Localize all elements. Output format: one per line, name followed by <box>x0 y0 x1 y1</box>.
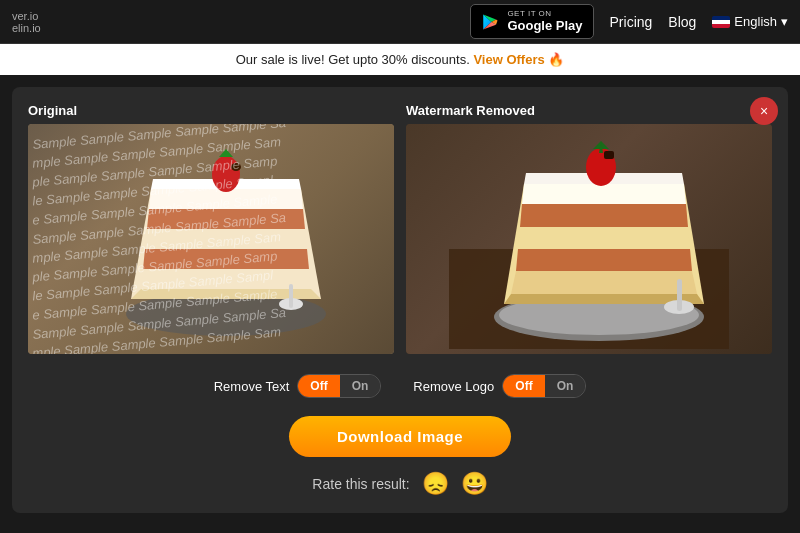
original-panel: Original <box>28 103 394 354</box>
pricing-link[interactable]: Pricing <box>610 14 653 30</box>
main-content: × Original <box>12 87 788 513</box>
svg-rect-30 <box>677 279 682 311</box>
remove-logo-on[interactable]: On <box>545 375 586 397</box>
remove-text-switch[interactable]: Off On <box>297 374 381 398</box>
close-button[interactable]: × <box>750 97 778 125</box>
svg-marker-21 <box>516 249 692 271</box>
google-play-text: GET IT ON Google Play <box>507 9 582 34</box>
chevron-down-icon: ▾ <box>781 14 788 29</box>
promo-banner: Our sale is live! Get upto 30% discounts… <box>0 44 800 75</box>
top-nav: ver.io elin.io <box>0 0 800 44</box>
cake-clean-svg <box>449 129 729 349</box>
image-comparison: Original <box>28 103 772 354</box>
svg-marker-22 <box>511 271 697 294</box>
rating-section: Rate this result: 😞 😀 <box>28 471 772 497</box>
promo-emoji: 🔥 <box>548 52 564 67</box>
svg-marker-4 <box>145 229 307 249</box>
remove-logo-toggle-group: Remove Logo Off On <box>413 374 586 398</box>
remove-logo-off[interactable]: Off <box>503 375 544 397</box>
remove-text-label: Remove Text <box>214 379 290 394</box>
svg-marker-20 <box>518 227 690 249</box>
result-panel: Watermark Removed <box>406 103 772 354</box>
remove-logo-label: Remove Logo <box>413 379 494 394</box>
svg-marker-19 <box>520 204 688 227</box>
flag-icon <box>712 16 730 28</box>
nav-right: GET IT ON Google Play Pricing Blog Engli… <box>470 4 788 39</box>
svg-point-11 <box>231 163 241 171</box>
nav-logo: ver.io elin.io <box>12 10 41 34</box>
result-image-box <box>406 124 772 354</box>
remove-logo-switch[interactable]: Off On <box>502 374 586 398</box>
language-selector[interactable]: English ▾ <box>712 14 788 29</box>
google-play-button[interactable]: GET IT ON Google Play <box>470 4 593 39</box>
remove-text-on[interactable]: On <box>340 375 381 397</box>
original-label: Original <box>28 103 394 118</box>
rate-text: Rate this result: <box>312 476 409 492</box>
svg-marker-18 <box>522 184 686 204</box>
svg-rect-13 <box>289 284 293 308</box>
svg-marker-3 <box>147 209 305 229</box>
svg-rect-28 <box>604 151 614 159</box>
controls-row: Remove Text Off On Remove Logo Off On <box>28 374 772 398</box>
svg-marker-10 <box>219 149 233 157</box>
sad-emoji[interactable]: 😞 <box>422 471 449 497</box>
result-label: Watermark Removed <box>406 103 772 118</box>
download-section: Download Image <box>28 416 772 457</box>
svg-point-9 <box>212 156 240 192</box>
blog-link[interactable]: Blog <box>668 14 696 30</box>
promo-text: Our sale is live! Get upto 30% discounts… <box>236 52 470 67</box>
google-play-icon <box>481 13 499 31</box>
cake-original-svg <box>71 129 351 349</box>
remove-text-toggle-group: Remove Text Off On <box>214 374 382 398</box>
happy-emoji[interactable]: 😀 <box>461 471 488 497</box>
original-image-box: Sample Sample Sample Sample Sample Sa mp… <box>28 124 394 354</box>
clean-cake <box>406 124 772 354</box>
svg-marker-5 <box>143 249 309 269</box>
svg-marker-6 <box>141 269 311 289</box>
view-offers-link[interactable]: View Offers <box>473 52 544 67</box>
remove-text-off[interactable]: Off <box>298 375 339 397</box>
download-button[interactable]: Download Image <box>289 416 511 457</box>
original-cake <box>28 124 394 354</box>
